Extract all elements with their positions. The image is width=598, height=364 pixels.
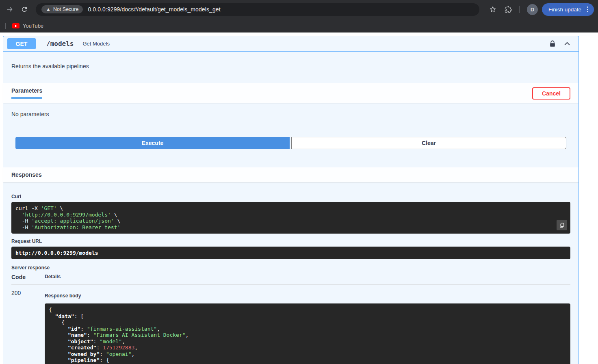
- endpoint-summary: Get Models: [82, 41, 109, 47]
- execute-wrapper: Execute Clear: [3, 129, 578, 167]
- puzzle-icon: [505, 6, 512, 13]
- method-badge: GET: [7, 38, 36, 49]
- responses-body: Curl curl -X 'GET' \ 'http://0.0.0.0:929…: [3, 182, 578, 364]
- reload-icon: [21, 6, 28, 13]
- url-text: 0.0.0.0:9299/docs#/default/get_models_mo…: [88, 6, 220, 13]
- response-body-code-block: { "data": [ { "id": "finmars-ai-assistan…: [45, 303, 570, 364]
- response-row-200: 200 Response body { "data": [ { "id": "f…: [11, 285, 570, 364]
- responses-section-title: Responses: [3, 167, 578, 182]
- request-url-value: http://0.0.0.0:9299/models: [11, 247, 570, 259]
- execute-button[interactable]: Execute: [15, 137, 290, 149]
- bookmarks-bar: YouTube: [0, 19, 598, 32]
- bookmark-youtube[interactable]: YouTube: [10, 21, 46, 30]
- lock-icon[interactable]: [548, 40, 557, 48]
- profile-initial: D: [531, 6, 534, 13]
- swagger-page: GET /models Get Models Returns the avail…: [0, 32, 598, 364]
- profile-avatar[interactable]: D: [527, 4, 538, 15]
- tab-parameters: Parameters: [11, 87, 42, 99]
- youtube-icon: [12, 23, 20, 28]
- toolbar-divider: [519, 6, 520, 13]
- cancel-button[interactable]: Cancel: [532, 87, 570, 100]
- bookmarks-divider: [5, 23, 6, 29]
- bookmark-label: YouTube: [23, 23, 43, 29]
- response-body-label: Response body: [45, 293, 570, 299]
- request-url-label: Request URL: [11, 238, 570, 244]
- bookmark-star-button[interactable]: [487, 3, 499, 15]
- finish-update-label: Finish update: [548, 6, 581, 13]
- browser-menu-button[interactable]: [585, 5, 590, 14]
- endpoint-path: /models: [46, 40, 74, 48]
- not-secure-label: Not Secure: [53, 6, 79, 12]
- endpoint-description: Returns the available pipelines: [3, 52, 578, 83]
- no-parameters-text: No parameters: [3, 103, 578, 129]
- forward-arrow-icon: [6, 6, 13, 13]
- extensions-button[interactable]: [502, 3, 514, 15]
- clear-button[interactable]: Clear: [291, 137, 566, 149]
- server-response-label: Server response: [11, 265, 570, 271]
- status-code: 200: [11, 290, 45, 364]
- collapse-chevron-icon[interactable]: [563, 40, 571, 48]
- curl-code-block: curl -X 'GET' \ 'http://0.0.0.0:9299/mod…: [11, 202, 570, 234]
- star-icon: [489, 6, 496, 13]
- address-bar[interactable]: ▲ Not Secure 0.0.0.0:9299/docs#/default/…: [36, 3, 479, 16]
- forward-button[interactable]: [4, 4, 15, 15]
- server-response-table: Code Details 200 Response body { "data":…: [11, 274, 570, 364]
- warning-icon: ▲: [46, 6, 51, 12]
- opblock-summary[interactable]: GET /models Get Models: [3, 36, 578, 52]
- clipboard-icon: [559, 222, 565, 228]
- finish-update-button[interactable]: Finish update: [542, 3, 594, 16]
- parameters-section-header: Parameters Cancel: [3, 83, 578, 103]
- code-column-header: Code: [11, 274, 45, 280]
- reload-button[interactable]: [19, 4, 30, 15]
- copy-to-clipboard-button[interactable]: [557, 220, 567, 230]
- details-column-header: Details: [45, 274, 61, 280]
- curl-label: Curl: [11, 194, 570, 199]
- opblock-get-models: GET /models Get Models Returns the avail…: [3, 36, 579, 364]
- browser-toolbar: ▲ Not Secure 0.0.0.0:9299/docs#/default/…: [0, 0, 598, 19]
- not-secure-badge[interactable]: ▲ Not Secure: [41, 5, 83, 13]
